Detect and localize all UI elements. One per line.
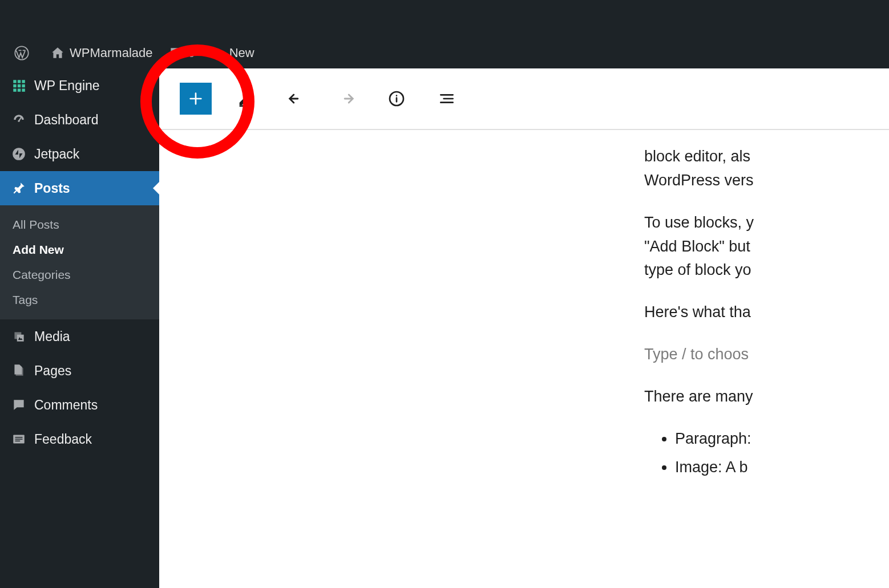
sidebar-item-label: Dashboard <box>34 112 99 128</box>
svg-rect-4 <box>13 84 16 87</box>
pages-icon <box>11 363 34 378</box>
block-placeholder[interactable]: Type / to choos <box>644 343 889 367</box>
sidebar-item-label: Feedback <box>34 432 92 447</box>
svg-point-11 <box>13 148 25 160</box>
block-editor: block editor, als WordPress vers To use … <box>159 68 889 588</box>
submenu-all-posts[interactable]: All Posts <box>0 212 159 237</box>
admin-bar: WPMarmalade 0 New <box>0 38 889 68</box>
wpengine-icon <box>11 78 34 93</box>
sidebar-item-wpengine[interactable]: WP Engine <box>0 68 159 103</box>
submenu-add-new[interactable]: Add New <box>0 237 159 262</box>
redo-button[interactable] <box>330 83 362 115</box>
media-icon <box>11 329 34 344</box>
svg-rect-1 <box>13 80 16 83</box>
undo-button[interactable] <box>280 83 312 115</box>
list-item[interactable]: Image: A b <box>675 456 889 480</box>
sidebar-item-jetpack[interactable]: Jetpack <box>0 137 159 171</box>
outline-button[interactable] <box>431 83 463 115</box>
content-paragraph[interactable]: Here's what tha <box>644 301 889 325</box>
site-name-menu[interactable]: WPMarmalade <box>42 38 160 68</box>
feedback-icon <box>11 432 34 447</box>
tools-button[interactable] <box>230 83 262 115</box>
add-block-button[interactable] <box>180 83 212 115</box>
content-paragraph[interactable]: To use blocks, y "Add Block" but type of… <box>644 211 889 283</box>
sidebar-item-feedback[interactable]: Feedback <box>0 422 159 456</box>
comments-count: 0 <box>188 46 195 60</box>
sidebar-item-label: Comments <box>34 398 98 413</box>
editor-content[interactable]: block editor, als WordPress vers To use … <box>159 130 889 484</box>
dashboard-icon <box>11 112 34 127</box>
svg-rect-6 <box>22 84 25 87</box>
pin-icon <box>11 181 34 196</box>
new-content-menu[interactable]: New <box>203 38 262 68</box>
sidebar-item-media[interactable]: Media <box>0 319 159 354</box>
comments-menu[interactable]: 0 <box>160 38 203 68</box>
list-item[interactable]: Paragraph: <box>675 427 889 451</box>
sidebar-item-comments[interactable]: Comments <box>0 388 159 422</box>
posts-submenu: All Posts Add New Categories Tags <box>0 205 159 319</box>
svg-rect-3 <box>22 80 25 83</box>
plus-icon <box>211 46 225 60</box>
details-button[interactable] <box>381 83 413 115</box>
submenu-categories[interactable]: Categories <box>0 262 159 287</box>
submenu-tags[interactable]: Tags <box>0 287 159 313</box>
comment-icon <box>168 46 183 60</box>
svg-rect-9 <box>22 88 25 91</box>
sidebar-item-posts[interactable]: Posts <box>0 171 159 205</box>
editor-toolbar <box>159 68 889 130</box>
svg-rect-8 <box>18 88 21 91</box>
sidebar-item-label: Media <box>34 329 70 344</box>
new-label: New <box>229 46 254 60</box>
sidebar-item-dashboard[interactable]: Dashboard <box>0 103 159 137</box>
svg-rect-7 <box>13 88 16 91</box>
home-icon <box>50 46 65 60</box>
comments-icon <box>11 398 34 412</box>
jetpack-icon <box>11 147 34 161</box>
sidebar-item-label: Posts <box>34 181 70 196</box>
wordpress-logo-menu[interactable] <box>6 38 42 68</box>
svg-rect-5 <box>18 84 21 87</box>
content-paragraph[interactable]: There are many <box>644 385 889 409</box>
sidebar-item-label: WP Engine <box>34 78 100 94</box>
sidebar-item-label: Jetpack <box>34 147 79 162</box>
svg-rect-2 <box>18 80 21 83</box>
sidebar-item-label: Pages <box>34 363 71 379</box>
admin-sidebar: WP Engine Dashboard Jetpack Posts All Po… <box>0 68 159 588</box>
site-name-label: WPMarmalade <box>70 46 152 60</box>
wordpress-icon <box>14 45 30 61</box>
sidebar-item-pages[interactable]: Pages <box>0 354 159 388</box>
content-list[interactable]: Paragraph: Image: A b <box>644 427 889 480</box>
content-paragraph[interactable]: block editor, als WordPress vers <box>644 145 889 193</box>
